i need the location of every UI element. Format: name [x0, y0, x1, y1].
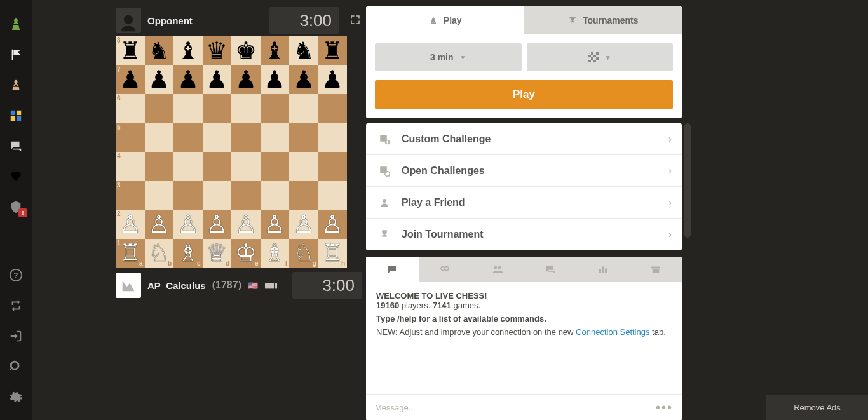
- square-b1[interactable]: b♘: [145, 239, 174, 268]
- square-c2[interactable]: ♙: [173, 210, 203, 239]
- square-g3[interactable]: [289, 181, 318, 210]
- piece-B[interactable]: ♗: [177, 241, 199, 265]
- chat-more-icon[interactable]: •••: [656, 400, 673, 415]
- connection-settings-link[interactable]: Connection Settings: [576, 327, 649, 337]
- square-a2[interactable]: 2♙: [116, 210, 145, 239]
- search-icon[interactable]: [0, 351, 32, 382]
- piece-b[interactable]: ♝: [264, 39, 285, 63]
- chat-input[interactable]: [375, 403, 656, 412]
- help-icon[interactable]: ?: [0, 260, 32, 290]
- chat-tab-messages[interactable]: [366, 257, 419, 282]
- remove-ads-button[interactable]: Remove Ads: [766, 395, 868, 420]
- square-g4[interactable]: [289, 152, 318, 181]
- square-c5[interactable]: [173, 123, 203, 152]
- square-f1[interactable]: f♗: [261, 239, 290, 268]
- square-d8[interactable]: ♛: [203, 36, 232, 65]
- tab-play[interactable]: Play: [366, 6, 524, 34]
- piece-P[interactable]: ♙: [206, 212, 227, 236]
- square-d4[interactable]: [203, 152, 232, 181]
- piece-p[interactable]: ♟: [119, 67, 141, 91]
- chat-tab-global[interactable]: [524, 257, 576, 282]
- square-h5[interactable]: [318, 123, 348, 152]
- square-g1[interactable]: g♘: [289, 239, 318, 268]
- tab-tournaments[interactable]: Tournaments: [524, 6, 682, 34]
- square-h1[interactable]: h♖: [318, 239, 348, 268]
- piece-R[interactable]: ♖: [322, 241, 343, 265]
- play-button[interactable]: Play: [375, 80, 673, 109]
- piece-R[interactable]: ♖: [119, 241, 141, 265]
- square-b4[interactable]: [145, 152, 174, 181]
- square-b7[interactable]: ♟: [145, 65, 174, 95]
- square-h2[interactable]: ♙: [318, 210, 348, 239]
- square-f5[interactable]: [261, 123, 290, 152]
- piece-p[interactable]: ♟: [322, 67, 343, 91]
- login-icon[interactable]: [0, 321, 32, 351]
- square-g7[interactable]: ♟: [289, 65, 318, 95]
- flag-icon[interactable]: [0, 39, 32, 70]
- square-d3[interactable]: [203, 181, 232, 210]
- square-h6[interactable]: [318, 94, 348, 123]
- piece-N[interactable]: ♘: [148, 241, 170, 265]
- square-a5[interactable]: 5: [116, 123, 145, 152]
- piece-p[interactable]: ♟: [148, 67, 170, 91]
- fullscreen-icon[interactable]: [349, 14, 362, 27]
- square-c7[interactable]: ♟: [173, 65, 203, 95]
- piece-P[interactable]: ♙: [148, 212, 170, 236]
- game-type-dropdown[interactable]: ▼: [527, 43, 674, 71]
- square-h4[interactable]: [318, 152, 348, 181]
- piece-b[interactable]: ♝: [177, 39, 199, 63]
- retweet-icon[interactable]: [0, 290, 32, 321]
- piece-p[interactable]: ♟: [235, 67, 257, 91]
- square-f2[interactable]: ♙: [261, 210, 290, 239]
- square-d6[interactable]: [203, 94, 232, 123]
- play-friend-item[interactable]: Play a Friend ›: [366, 187, 682, 219]
- player-name[interactable]: AP_Calculus: [147, 280, 206, 291]
- square-h3[interactable]: [318, 181, 348, 210]
- chat-tab-leaderboard[interactable]: [576, 257, 629, 282]
- chat-tab-archive[interactable]: [629, 257, 682, 282]
- square-a4[interactable]: 4: [116, 152, 145, 181]
- piece-P[interactable]: ♙: [235, 212, 257, 236]
- piece-n[interactable]: ♞: [148, 39, 170, 63]
- square-d5[interactable]: [203, 123, 232, 152]
- piece-P[interactable]: ♙: [119, 212, 141, 236]
- open-challenges-item[interactable]: Open Challenges ›: [366, 155, 682, 187]
- square-g2[interactable]: ♙: [289, 210, 318, 239]
- player-avatar[interactable]: [116, 273, 141, 298]
- square-b5[interactable]: [145, 123, 174, 152]
- square-g6[interactable]: [289, 94, 318, 123]
- square-d2[interactable]: ♙: [203, 210, 232, 239]
- piece-Q[interactable]: ♕: [206, 241, 227, 265]
- piece-p[interactable]: ♟: [293, 67, 315, 91]
- square-g5[interactable]: [289, 123, 318, 152]
- piece-k[interactable]: ♚: [235, 39, 257, 63]
- square-a1[interactable]: 1a♖: [116, 239, 145, 268]
- square-f3[interactable]: [261, 181, 290, 210]
- square-c1[interactable]: c♗: [173, 239, 203, 268]
- square-f4[interactable]: [261, 152, 290, 181]
- square-h7[interactable]: ♟: [318, 65, 348, 95]
- piece-r[interactable]: ♜: [322, 39, 343, 63]
- square-c4[interactable]: [173, 152, 203, 181]
- square-e4[interactable]: [231, 152, 261, 181]
- scrollbar[interactable]: [684, 123, 691, 238]
- piece-q[interactable]: ♛: [206, 39, 227, 63]
- square-e1[interactable]: e♔: [231, 239, 261, 268]
- square-h8[interactable]: ♜: [318, 36, 348, 65]
- chessboard[interactable]: 8♜♞♝♛♚♝♞♜7♟♟♟♟♟♟♟♟65432♙♙♙♙♙♙♙♙1a♖b♘c♗d♕…: [116, 36, 347, 268]
- join-tournament-item[interactable]: Join Tournament ›: [366, 219, 682, 250]
- square-e7[interactable]: ♟: [231, 65, 261, 95]
- puzzle-icon[interactable]: [0, 100, 32, 131]
- piece-P[interactable]: ♙: [322, 212, 343, 236]
- square-b8[interactable]: ♞: [145, 36, 174, 65]
- opponent-avatar[interactable]: [116, 8, 141, 33]
- square-e2[interactable]: ♙: [231, 210, 261, 239]
- piece-K[interactable]: ♔: [235, 241, 257, 265]
- piece-P[interactable]: ♙: [177, 212, 199, 236]
- piece-N[interactable]: ♘: [293, 241, 315, 265]
- custom-challenge-item[interactable]: Custom Challenge ›: [366, 123, 682, 155]
- chat-tab-friends[interactable]: [471, 257, 524, 282]
- settings-gear-icon[interactable]: [0, 382, 32, 412]
- piece-p[interactable]: ♟: [264, 67, 285, 91]
- alerts-icon[interactable]: !: [0, 192, 32, 222]
